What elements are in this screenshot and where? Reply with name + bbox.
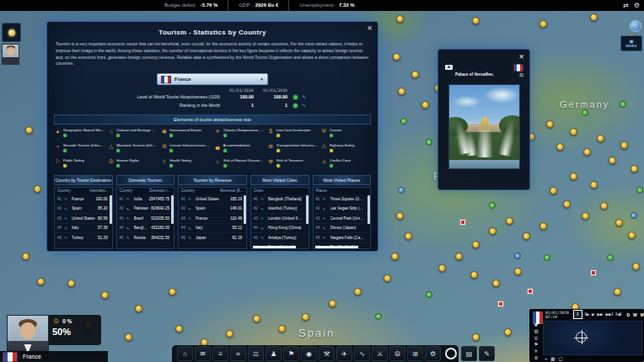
toolbar-button[interactable]: ⚖	[248, 346, 264, 361]
table-row[interactable]: #3 ∿ London (United Kingdom)	[251, 214, 309, 224]
tourism-poi-icon[interactable]	[631, 165, 638, 173]
globe-ring-button[interactable]	[445, 348, 457, 359]
attractiveness-element[interactable]: ⚔ Conflict Zone	[320, 158, 371, 171]
table-row[interactable]: #4 ∿ Italy 57.39	[55, 224, 112, 234]
tourism-poi-icon[interactable]	[563, 200, 571, 208]
tourism-poi-icon[interactable]	[614, 288, 621, 295]
tourism-poi-icon[interactable]	[472, 17, 480, 24]
nature-poi-icon[interactable]	[607, 254, 614, 261]
tourism-poi-icon[interactable]	[514, 268, 522, 275]
table-row[interactable]: #5 ∿ Niagara Falls (Canada)	[314, 233, 371, 243]
country-selector[interactable]: France ▼	[157, 73, 268, 85]
nature-poi-icon[interactable]	[426, 139, 432, 146]
scrollbar-thumb[interactable]	[244, 195, 246, 224]
scrollbar-thumb[interactable]	[315, 246, 358, 248]
attractiveness-element[interactable]: ▲ Geographic Natural Wealth	[54, 128, 105, 141]
attractiveness-element[interactable]: ⚕ Health Safety	[160, 158, 211, 171]
tourism-poi-icon[interactable]	[405, 232, 412, 240]
tourism-poi-icon[interactable]	[556, 143, 564, 151]
alert-poi-icon[interactable]	[459, 219, 466, 226]
table-row[interactable]: #2 ∿ Pakistan 829642.25	[117, 205, 174, 215]
table-row[interactable]: #5 ∿ Russia 394232.50	[117, 233, 174, 243]
close-icon[interactable]: ✕	[367, 24, 373, 32]
tourism-poi-icon[interactable]	[135, 305, 142, 312]
minimap-tool-icon[interactable]: ▢	[558, 356, 562, 361]
nature-poi-icon[interactable]	[620, 101, 626, 108]
table-row[interactable]: #3 ∿ Brazil 522035.50	[117, 214, 174, 224]
period-button[interactable]: W	[633, 312, 637, 317]
minimap-tool-icon[interactable]: ▤	[534, 328, 538, 334]
vertical-scrollbar[interactable]	[244, 195, 246, 248]
nature-poi-icon[interactable]	[426, 291, 432, 298]
character-thumbnail-button[interactable]	[2, 44, 19, 65]
attractiveness-element[interactable]: ♨ Risk of Natural Disaster (Ea...	[214, 158, 265, 171]
tourism-poi-icon[interactable]	[226, 330, 233, 338]
tourism-poi-icon[interactable]	[615, 219, 623, 226]
water-poi-icon[interactable]	[631, 212, 637, 219]
tourism-poi-icon[interactable]	[546, 120, 554, 128]
sync-icon[interactable]: ⇄	[623, 0, 629, 11]
minimap-view[interactable]	[543, 321, 642, 355]
table-row[interactable]: #4 ∿ Disney (Japan)	[314, 224, 371, 234]
tourism-poi-icon[interactable]	[590, 181, 598, 189]
tourism-poi-icon[interactable]	[620, 141, 628, 149]
minimap-tool-icon[interactable]: ⚑	[534, 342, 539, 348]
nature-poi-icon[interactable]	[582, 109, 588, 116]
tourism-poi-icon[interactable]	[329, 300, 336, 307]
vertical-scrollbar[interactable]	[110, 195, 112, 248]
scrollbar-thumb[interactable]	[110, 195, 112, 224]
attractiveness-element[interactable]: ☮ Human Rights	[107, 158, 158, 171]
speed-button[interactable]: ▶▶‖	[606, 312, 614, 317]
attractiveness-element[interactable]: $ Low-Cost Destination	[267, 128, 318, 141]
table-row[interactable]: #3 ∿ Central Park (United States...	[314, 214, 371, 224]
tourism-poi-icon[interactable]	[470, 271, 478, 279]
table-row[interactable]: #5 ∿ Turkey 51.29	[55, 233, 112, 243]
attractiveness-element[interactable]: ⚠ Highway Safety	[320, 143, 371, 156]
scrollbar-thumb[interactable]	[171, 195, 174, 224]
table-row[interactable]: #3 ∿ France 110.48	[179, 214, 246, 224]
attractiveness-element[interactable]: △ Mountain Tourism (Infrastr...	[107, 143, 158, 156]
tourism-poi-icon[interactable]	[570, 128, 577, 136]
period-button[interactable]: D	[626, 312, 630, 317]
attractiveness-element[interactable]: ☀ Climate (Temperature, Suns...	[214, 128, 265, 141]
tourism-poi-icon[interactable]	[101, 291, 109, 299]
minimap-tool-icon[interactable]: ▦	[550, 356, 555, 361]
speed-button[interactable]: ‖◀‖	[615, 312, 621, 317]
sparkline-icon[interactable]: ∿	[302, 94, 306, 99]
attractiveness-element[interactable]: ▄ Accommodations	[214, 143, 265, 156]
toolbar-button[interactable]: ⚔	[372, 346, 388, 361]
horizontal-scrollbar[interactable]	[253, 246, 304, 248]
attractiveness-element[interactable]: ⚙ Leisure Infrastructures (Am...	[160, 143, 211, 156]
attractiveness-element[interactable]: ☢ Risk of Terrorism	[267, 158, 318, 171]
nature-poi-icon[interactable]	[375, 313, 382, 320]
minimap-tool-icon[interactable]: ◎	[534, 335, 539, 341]
tourism-poi-icon[interactable]	[492, 279, 500, 287]
toolbar-button[interactable]: ¤	[230, 346, 246, 361]
vertical-scrollbar[interactable]	[171, 195, 174, 248]
water-poi-icon[interactable]	[398, 187, 405, 194]
tourism-poi-icon[interactable]	[570, 173, 577, 180]
tourism-poi-icon[interactable]	[398, 88, 405, 95]
close-icon[interactable]: ✕	[518, 53, 524, 61]
tourism-poi-icon[interactable]	[506, 217, 513, 225]
player-country-bar[interactable]: France	[0, 351, 108, 362]
tourism-poi-icon[interactable]	[472, 333, 480, 341]
vertical-scrollbar[interactable]	[306, 195, 309, 248]
tourism-poi-icon[interactable]	[278, 325, 286, 333]
tourism-poi-icon[interactable]	[411, 71, 419, 78]
tourism-poi-icon[interactable]	[396, 212, 404, 220]
nature-poi-icon[interactable]	[489, 202, 496, 209]
attractiveness-element[interactable]: ≈ Seaside Tourism (Infrastruc...	[54, 143, 105, 156]
leader-portrait[interactable]	[7, 315, 49, 354]
toolbar-button[interactable]: ♟	[266, 346, 282, 361]
attractiveness-element[interactable]: Ψ Cuisine	[320, 128, 371, 141]
tourism-poi-icon[interactable]	[438, 264, 446, 272]
toolbar-button[interactable]: ⚑	[283, 346, 299, 361]
scrollbar-thumb[interactable]	[368, 195, 370, 224]
alert-poi-icon[interactable]	[527, 288, 534, 295]
table-row[interactable]: #2 ∿ Las Vegas Strip (United Sta...	[314, 205, 371, 215]
toolbar-button[interactable]: ≡	[212, 346, 228, 361]
attractiveness-element[interactable]: ◉ International Events	[160, 128, 211, 141]
tourism-poi-icon[interactable]	[539, 222, 547, 230]
toolbar-button[interactable]: ✉	[195, 346, 211, 361]
